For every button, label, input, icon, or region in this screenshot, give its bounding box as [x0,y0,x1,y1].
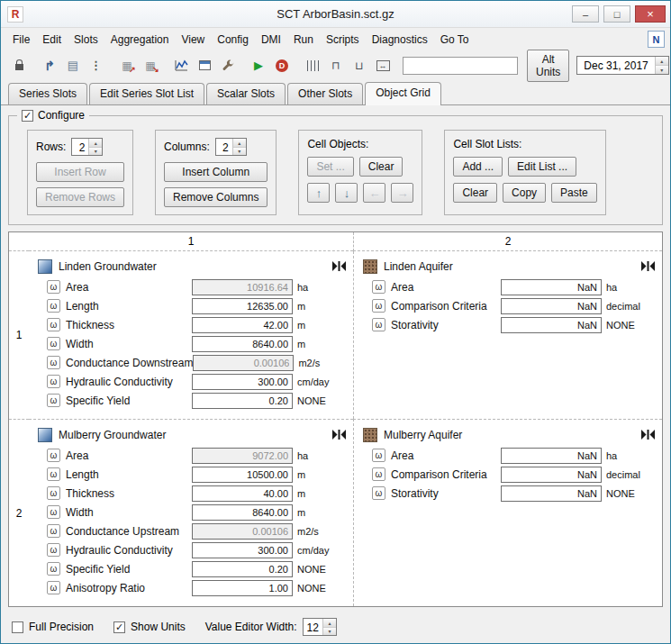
slot-value-input[interactable] [192,561,293,577]
date-editor[interactable]: Dec 31, 2017 ▴ ▾ [576,56,668,75]
tab-series-slots[interactable]: Series Slots [8,83,87,104]
slot-value-input[interactable] [501,467,602,483]
search-input[interactable] [403,57,518,75]
dmi-import-button[interactable]: ▦↘ [140,55,161,76]
move-up-button[interactable]: ↑ [307,183,330,203]
menu-view[interactable]: View [175,31,211,49]
columns-spin-down[interactable]: ▾ [233,148,246,156]
range-top-button[interactable]: ⊓ [325,55,347,76]
menu-file[interactable]: File [6,31,36,49]
slot-value-input[interactable] [192,504,293,521]
config-button[interactable] [217,55,239,76]
slot-value-input[interactable] [192,393,293,409]
fit-columns-button[interactable]: ↔ [372,55,394,76]
slot-value-input[interactable] [192,580,293,596]
paste-slots-button[interactable]: Paste [551,183,597,203]
maximize-button[interactable]: □ [603,5,630,23]
close-button[interactable]: × [635,5,666,23]
rows-spin-up[interactable]: ▴ [89,139,102,148]
date-spin-up[interactable]: ▴ [656,57,668,66]
run-control-button[interactable]: ▶ [248,55,269,76]
rows-panel: Rows: 2 ▴▾ Insert Row Remove Rows [27,130,133,215]
snapshot-button[interactable] [194,55,215,76]
remove-rows-button[interactable]: Remove Rows [36,187,124,207]
minimize-button[interactable]: – [572,5,599,23]
collapse-columns-icon[interactable] [641,430,655,440]
object-name: Mulberry Groundwater [59,429,166,441]
slot-value-input[interactable] [192,542,293,558]
menu-config[interactable]: Config [211,31,255,49]
tab-other-slots[interactable]: Other Slots [287,83,363,104]
menu-scripts[interactable]: Scripts [320,31,366,49]
show-units-label[interactable]: Show Units [131,621,186,633]
slot-value-input[interactable] [501,448,602,464]
value-editor-width-value[interactable]: 12 [304,619,322,635]
columns-spin-up[interactable]: ▴ [233,139,246,148]
slot-value-input[interactable] [192,485,293,502]
slot-value-input[interactable] [192,374,293,390]
grid-row-header[interactable]: 1 [9,251,29,419]
goto-slot-button[interactable]: ↱ [39,55,60,76]
date-spin-down[interactable]: ▾ [656,66,668,74]
clear-slots-button[interactable]: Clear [453,183,497,203]
slot-value-input[interactable] [501,279,602,295]
columns-spinner-value[interactable]: 2 [216,139,232,155]
copy-slots-button[interactable]: Copy [503,183,546,203]
tab-edit-series-slot-list[interactable]: Edit Series Slot List [89,83,204,104]
slot-value-input[interactable] [501,317,602,333]
insert-row-button[interactable]: Insert Row [36,162,124,182]
remove-columns-button[interactable]: Remove Columns [164,187,267,207]
configure-label[interactable]: Configure [38,109,85,122]
menu-dmi[interactable]: DMI [255,31,287,49]
full-precision-label[interactable]: Full Precision [29,621,94,633]
alt-units-button[interactable]: Alt Units [527,50,569,82]
diagnostics-button[interactable]: D [271,55,293,76]
workspace-icon[interactable]: N [648,31,665,48]
tab-scalar-slots[interactable]: Scalar Slots [206,83,286,104]
configure-checkbox[interactable]: ✓ [22,110,33,122]
column-width-button[interactable] [302,55,323,76]
collapse-columns-icon[interactable] [332,430,346,440]
rows-spin-down[interactable]: ▾ [89,148,102,156]
tab-object-grid[interactable]: Object Grid [365,82,441,105]
grid-column-header[interactable]: 2 [353,232,662,251]
menu-slots[interactable]: Slots [68,31,104,49]
menu-diagnostics[interactable]: Diagnostics [366,31,434,49]
slot-value-input[interactable] [501,298,602,314]
menu-edit[interactable]: Edit [36,31,68,49]
slot-value-input[interactable] [192,317,293,333]
plot-button[interactable] [170,55,192,76]
slot-value-input[interactable] [192,336,293,352]
collapse-columns-icon[interactable] [332,261,346,271]
range-bottom-button[interactable]: ⊔ [349,55,370,76]
slot-value-input[interactable] [501,485,602,502]
rows-spinner-value[interactable]: 2 [72,139,88,155]
slot-value-input[interactable] [192,467,293,483]
menu-run[interactable]: Run [287,31,320,49]
edit-list-button[interactable]: Edit List ... [508,157,576,177]
add-slot-button[interactable]: Add ... [453,157,503,177]
series-list-button[interactable]: ▤ [62,55,84,76]
titlebar[interactable]: R SCT ArborBasin.sct.gz – □ × [1,1,670,28]
grid-row-header[interactable]: 2 [9,419,29,606]
move-right-button[interactable]: → [391,183,413,203]
value-editor-width-up[interactable]: ▴ [323,619,336,628]
dmi-export-button[interactable]: ▦↗ [116,55,138,76]
slot-icon: ω [372,299,385,313]
full-precision-checkbox[interactable] [12,621,23,633]
move-down-button[interactable]: ↓ [335,183,358,203]
menu-aggregation[interactable]: Aggregation [104,31,176,49]
clear-cell-object-button[interactable]: Clear [359,157,404,177]
move-left-button[interactable]: ← [363,183,385,203]
lock-button[interactable] [8,55,30,76]
insert-column-button[interactable]: Insert Column [164,162,267,182]
menu-goto[interactable]: Go To [434,31,476,49]
value-editor-width-down[interactable]: ▾ [323,628,336,636]
collapse-columns-icon[interactable] [641,261,655,271]
date-value[interactable]: Dec 31, 2017 [577,57,654,74]
slot-value-input[interactable] [192,298,293,314]
show-units-checkbox[interactable]: ✓ [113,621,125,633]
slot-menu-button[interactable]: ⋮ [86,55,107,76]
grid-column-header[interactable]: 1 [29,232,353,251]
set-cell-object-button[interactable]: Set ... [307,157,353,177]
